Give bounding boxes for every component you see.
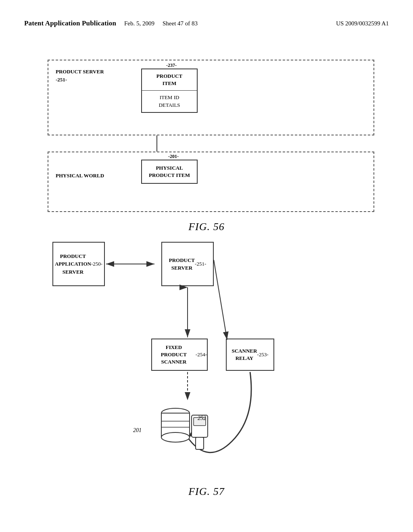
product-item-top: -237- PRODUCTITEM (142, 69, 197, 91)
connector-vertical (156, 135, 157, 152)
page-header: Patent Application Publication Feb. 5, 2… (0, 19, 413, 27)
svg-point-12 (161, 432, 190, 442)
date-label: Feb. 5, 2009 (124, 20, 154, 27)
ref-201-fig56: -201- (168, 153, 179, 160)
product-item-bottom: ITEM IDDETAILS (142, 91, 197, 112)
physical-product-item-box: -201- PHYSICALPRODUCT ITEM (141, 160, 198, 184)
ref-201-fig57: 201 (133, 427, 142, 434)
svg-rect-16 (196, 437, 204, 449)
product-server-label: PRODUCT SERVER -251- (56, 68, 104, 83)
publication-label: Patent Application Publication (24, 19, 116, 27)
svg-line-8 (214, 260, 227, 340)
physical-world-dashed-box: PHYSICAL WORLD -201- PHYSICALPRODUCT ITE… (48, 152, 374, 212)
patent-number: US 2009/0032599 A1 (336, 20, 389, 27)
sheet-label: Sheet 47 of 83 (163, 20, 198, 27)
ref-237: -237- (166, 62, 177, 69)
ref-252-fig57: 252 (198, 415, 206, 422)
fig57-caption: FIG. 57 (0, 486, 413, 498)
fig56-caption: FIG. 56 (0, 221, 413, 233)
physical-world-label: PHYSICAL WORLD (56, 172, 104, 179)
product-item-box: -237- PRODUCTITEM ITEM IDDETAILS (141, 69, 198, 113)
database-item-svg (145, 403, 226, 468)
product-server-dashed-box: PRODUCT SERVER -251- -237- PRODUCTITEM I… (48, 60, 374, 135)
